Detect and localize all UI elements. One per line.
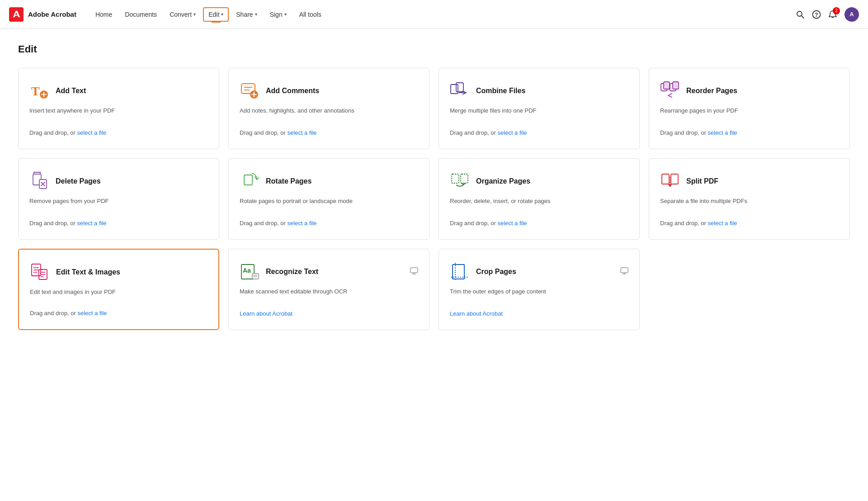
svg-text:?: ?	[815, 12, 818, 18]
tool-action: Drag and drop, or select a file	[240, 129, 418, 136]
svg-rect-16	[456, 83, 463, 92]
notifications-button[interactable]: 2	[828, 10, 837, 19]
learn-about-acrobat-link[interactable]: Learn about Acrobat	[240, 310, 418, 317]
tool-card-reorder-pages[interactable]: Reorder Pages Rearrange pages in your PD…	[649, 68, 850, 149]
svg-rect-15	[451, 85, 458, 94]
desktop-badge-icon	[620, 267, 628, 277]
nav-convert[interactable]: Convert ▾	[164, 7, 201, 22]
tool-card-recognize-text[interactable]: Aa Recognize Text Make scanned text edit…	[228, 249, 429, 330]
user-avatar[interactable]: A	[844, 7, 859, 22]
select-file-link[interactable]: select a file	[498, 129, 527, 136]
select-file-link[interactable]: select a file	[708, 129, 737, 136]
tool-name: Crop Pages	[476, 268, 516, 276]
tool-header: Aa Recognize Text	[240, 262, 418, 282]
tool-desc: Make scanned text editable through OCR	[240, 287, 418, 305]
brand-name: Adobe Acrobat	[28, 10, 76, 18]
learn-about-acrobat-link[interactable]: Learn about Acrobat	[450, 310, 628, 317]
search-button[interactable]	[796, 10, 805, 19]
rotate-pages-icon	[240, 171, 259, 191]
svg-text:Aa: Aa	[243, 267, 251, 274]
svg-rect-42	[252, 274, 259, 279]
svg-rect-29	[662, 174, 669, 184]
tool-desc: Edit text and images in your PDF	[30, 288, 208, 304]
svg-rect-27	[452, 174, 459, 183]
delete-pages-icon	[29, 171, 49, 191]
add-text-icon: T	[29, 81, 49, 101]
edit-chevron-icon: ▾	[221, 12, 223, 17]
desktop-badge-icon	[410, 267, 418, 277]
svg-rect-45	[410, 268, 418, 273]
tool-card-edit-text-images[interactable]: Edit Text & Images Edit text and images …	[18, 249, 219, 330]
nav-home[interactable]: Home	[90, 7, 118, 22]
svg-rect-26	[244, 175, 252, 185]
tool-desc: Merge multiple files into one PDF	[450, 106, 628, 124]
tool-card-organize-pages[interactable]: Organize Pages Reorder, delete, insert, …	[439, 158, 640, 240]
tool-name: Organize Pages	[476, 177, 530, 185]
tool-header: Combine Files	[450, 81, 628, 101]
nav-sign[interactable]: Sign ▾	[264, 7, 292, 22]
nav-share[interactable]: Share ▾	[231, 7, 262, 22]
nav-documents[interactable]: Documents	[119, 7, 162, 22]
select-file-link[interactable]: select a file	[288, 220, 317, 227]
tool-name: Reorder Pages	[686, 87, 737, 95]
edit-text-images-icon	[30, 262, 50, 282]
notification-count: 2	[833, 7, 840, 14]
add-comments-icon	[240, 81, 259, 101]
tool-name: Combine Files	[476, 87, 525, 95]
tool-card-split-pdf[interactable]: Split PDF Separate a file into multiple …	[649, 158, 850, 240]
tool-card-rotate-pages[interactable]: Rotate Pages Rotate pages to portrait or…	[228, 158, 429, 240]
select-file-link[interactable]: select a file	[77, 220, 107, 227]
select-file-link[interactable]: select a file	[288, 129, 317, 136]
tool-desc: Reorder, delete, insert, or rotate pages	[450, 197, 628, 214]
tool-header: Organize Pages	[450, 171, 628, 191]
tool-name: Rotate Pages	[266, 177, 311, 185]
tool-header: Reorder Pages	[660, 81, 839, 101]
sign-chevron-icon: ▾	[284, 12, 287, 17]
tool-name: Split PDF	[686, 177, 718, 185]
crop-pages-icon	[450, 262, 470, 282]
search-icon	[796, 10, 805, 19]
share-chevron-icon: ▾	[255, 12, 257, 17]
tool-desc: Insert text anywhere in your PDF	[29, 106, 208, 124]
tool-action: Drag and drop, or select a file	[240, 220, 418, 227]
help-button[interactable]: ?	[812, 10, 821, 19]
tool-card-add-comments[interactable]: Add Comments Add notes, highlights, and …	[228, 68, 429, 149]
tool-action: Drag and drop, or select a file	[29, 220, 208, 227]
tool-action: Drag and drop, or select a file	[30, 310, 208, 317]
svg-line-2	[802, 16, 804, 18]
tool-header: Delete Pages	[29, 171, 208, 191]
tool-desc: Rotate pages to portrait or landscape mo…	[240, 197, 418, 214]
select-file-link[interactable]: select a file	[498, 220, 527, 227]
logo[interactable]: Adobe Acrobat	[9, 7, 76, 22]
nav-all-tools[interactable]: All tools	[294, 7, 327, 22]
tool-name: Edit Text & Images	[56, 268, 120, 276]
select-file-link[interactable]: select a file	[78, 310, 107, 317]
nav-edit[interactable]: Edit ▾	[203, 7, 229, 22]
tool-header: Split PDF	[660, 171, 839, 191]
organize-pages-icon	[450, 171, 470, 191]
select-file-link[interactable]: select a file	[77, 129, 107, 136]
tool-card-crop-pages[interactable]: Crop Pages Trim the outer edges of page …	[439, 249, 640, 330]
tool-desc: Separate a file into multiple PDFs	[660, 197, 839, 214]
svg-point-1	[797, 11, 802, 16]
tool-header: Edit Text & Images	[30, 262, 208, 282]
tool-name: Add Comments	[266, 87, 319, 95]
tool-grid: T Add Text Insert text anywhere in your …	[18, 68, 850, 330]
tool-card-delete-pages[interactable]: Delete Pages Remove pages from your PDF …	[18, 158, 219, 240]
navbar: Adobe Acrobat Home Documents Convert ▾ E…	[0, 0, 868, 29]
nav-right: ? 2 A	[796, 7, 859, 22]
tool-action: Drag and drop, or select a file	[450, 129, 628, 136]
reorder-pages-icon	[660, 81, 680, 101]
tool-name: Delete Pages	[56, 177, 101, 185]
combine-files-icon	[450, 81, 470, 101]
tool-card-add-text[interactable]: T Add Text Insert text anywhere in your …	[18, 68, 219, 149]
page-title: Edit	[18, 43, 850, 55]
tool-header: Crop Pages	[450, 262, 628, 282]
select-file-link[interactable]: select a file	[708, 220, 737, 227]
nav-links: Home Documents Convert ▾ Edit ▾ Share ▾ …	[90, 7, 796, 22]
tool-header: Add Comments	[240, 81, 418, 101]
split-pdf-icon	[660, 171, 680, 191]
tool-card-combine-files[interactable]: Combine Files Merge multiple files into …	[439, 68, 640, 149]
tool-action: Drag and drop, or select a file	[660, 220, 839, 227]
tool-desc: Trim the outer edges of page content	[450, 287, 628, 305]
